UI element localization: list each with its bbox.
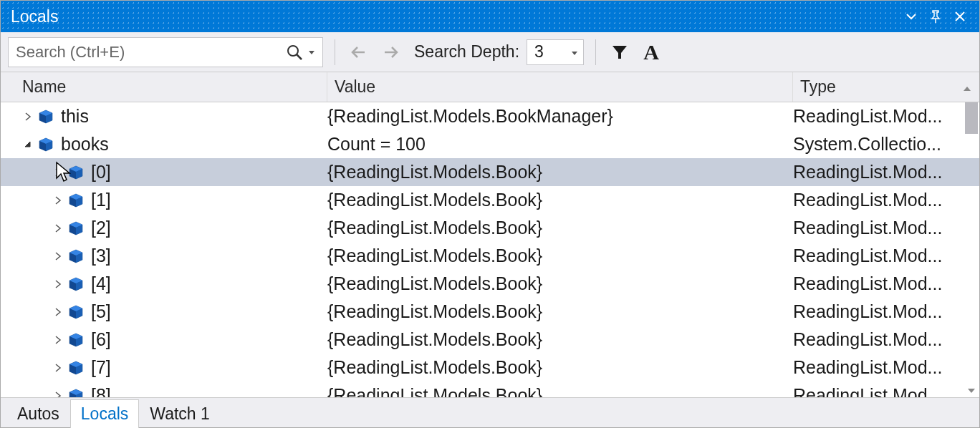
- cell-value[interactable]: {ReadingList.Models.Book}: [327, 298, 793, 326]
- column-name-header[interactable]: Name: [1, 72, 327, 102]
- object-icon: [68, 193, 84, 208]
- pin-button[interactable]: [923, 4, 948, 29]
- cell-name[interactable]: [7]: [1, 354, 327, 381]
- cell-name[interactable]: [6]: [1, 326, 327, 354]
- table-row[interactable]: [3]{ReadingList.Models.Book}ReadingList.…: [1, 242, 979, 270]
- svg-marker-56: [968, 389, 975, 393]
- expander-toggle[interactable]: [22, 111, 34, 122]
- row-value: {ReadingList.Models.Book}: [327, 273, 542, 294]
- cell-name[interactable]: books: [1, 130, 327, 158]
- cell-value[interactable]: {ReadingList.Models.Book}: [327, 270, 793, 298]
- cell-type[interactable]: ReadingList.Mod...: [793, 298, 958, 326]
- row-name: books: [61, 134, 109, 155]
- cell-type[interactable]: ReadingList.Mod...: [793, 381, 958, 397]
- cell-value[interactable]: {ReadingList.Models.Book}: [327, 242, 793, 270]
- object-icon: [68, 332, 84, 348]
- table-row[interactable]: [2]{ReadingList.Models.Book}ReadingList.…: [1, 214, 979, 242]
- table-row[interactable]: [8]{ReadingList.Models.Book}ReadingList.…: [1, 381, 979, 397]
- table-row[interactable]: this{ReadingList.Models.BookManager}Read…: [1, 102, 979, 130]
- cell-name[interactable]: [1]: [1, 186, 327, 214]
- table-row[interactable]: [1]{ReadingList.Models.Book}ReadingList.…: [1, 186, 979, 214]
- expander-toggle[interactable]: [52, 167, 64, 178]
- vertical-scrollbar[interactable]: [965, 102, 978, 397]
- cell-type[interactable]: ReadingList.Mod...: [793, 326, 958, 354]
- cell-type[interactable]: ReadingList.Mod...: [793, 158, 958, 186]
- window-menu-button[interactable]: [899, 4, 923, 29]
- cell-value[interactable]: {ReadingList.Models.Book}: [327, 158, 793, 186]
- cell-value[interactable]: {ReadingList.Models.BookManager}: [327, 102, 793, 130]
- search-depth-select[interactable]: 3: [527, 39, 584, 65]
- row-value: {ReadingList.Models.Book}: [327, 357, 542, 378]
- row-name: [6]: [91, 329, 111, 350]
- search-prev-button[interactable]: [347, 40, 371, 64]
- scrollbar-thumb[interactable]: [965, 102, 978, 134]
- search-next-button[interactable]: [378, 40, 403, 64]
- search-icon[interactable]: [285, 43, 304, 62]
- close-button[interactable]: [948, 4, 972, 29]
- object-icon: [68, 220, 84, 236]
- cell-value[interactable]: {ReadingList.Models.Book}: [327, 354, 793, 381]
- cell-type[interactable]: ReadingList.Mod...: [793, 242, 958, 270]
- expander-toggle[interactable]: [52, 334, 64, 346]
- table-row[interactable]: [0]{ReadingList.Models.Book}ReadingList.…: [1, 158, 979, 186]
- search-input[interactable]: [16, 43, 285, 62]
- cell-type[interactable]: ReadingList.Mod...: [793, 214, 958, 242]
- row-type: ReadingList.Mod...: [793, 190, 942, 210]
- cell-value[interactable]: {ReadingList.Models.Book}: [327, 326, 793, 354]
- search-box[interactable]: [8, 37, 323, 67]
- row-name: this: [61, 106, 89, 127]
- table-row[interactable]: [7]{ReadingList.Models.Book}ReadingList.…: [1, 354, 979, 381]
- cell-value[interactable]: {ReadingList.Models.Book}: [327, 186, 793, 214]
- cell-type[interactable]: ReadingList.Mod...: [793, 102, 958, 130]
- tab-autos[interactable]: Autos: [6, 399, 70, 428]
- cell-name[interactable]: [5]: [1, 298, 327, 326]
- table-row[interactable]: [5]{ReadingList.Models.Book}ReadingList.…: [1, 298, 979, 326]
- row-value: {ReadingList.Models.Book}: [327, 329, 542, 350]
- cell-name[interactable]: [2]: [1, 214, 327, 242]
- cell-type[interactable]: ReadingList.Mod...: [793, 186, 958, 214]
- column-type-header[interactable]: Type: [793, 72, 958, 102]
- funnel-icon: [610, 43, 629, 62]
- cell-name[interactable]: [0]: [1, 158, 327, 186]
- cell-value[interactable]: {ReadingList.Models.Book}: [327, 381, 793, 397]
- expander-toggle[interactable]: [22, 139, 34, 150]
- cell-name[interactable]: [8]: [1, 381, 327, 397]
- svg-line-4: [297, 54, 302, 59]
- cell-type[interactable]: ReadingList.Mod...: [793, 270, 958, 298]
- expander-toggle[interactable]: [52, 362, 64, 374]
- search-depth-value: 3: [534, 42, 544, 62]
- scroll-up-button[interactable]: [958, 81, 976, 94]
- table-row[interactable]: [6]{ReadingList.Models.Book}ReadingList.…: [1, 326, 979, 354]
- expander-toggle[interactable]: [52, 390, 64, 398]
- cell-name[interactable]: [3]: [1, 242, 327, 270]
- filter-button[interactable]: [607, 40, 632, 64]
- bottom-tabs: AutosLocalsWatch 1: [1, 397, 979, 427]
- tab-watch-1[interactable]: Watch 1: [139, 399, 221, 428]
- table-row[interactable]: booksCount = 100System.Collectio...: [1, 130, 979, 158]
- tab-locals[interactable]: Locals: [70, 399, 139, 428]
- table-row[interactable]: [4]{ReadingList.Models.Book}ReadingList.…: [1, 270, 979, 298]
- expander-toggle[interactable]: [52, 306, 64, 318]
- search-dropdown[interactable]: [305, 48, 318, 57]
- object-icon: [68, 276, 84, 292]
- pin-icon: [928, 9, 943, 24]
- locals-window: Locals: [0, 0, 980, 428]
- expander-toggle[interactable]: [52, 278, 64, 290]
- expander-toggle[interactable]: [52, 195, 64, 206]
- svg-marker-10: [964, 87, 971, 91]
- object-icon: [38, 109, 54, 125]
- cell-type[interactable]: System.Collectio...: [793, 130, 958, 158]
- row-name: [5]: [91, 301, 111, 322]
- cell-value[interactable]: Count = 100: [327, 130, 793, 158]
- cell-type[interactable]: ReadingList.Mod...: [793, 354, 958, 381]
- column-value-header[interactable]: Value: [327, 72, 793, 102]
- expander-toggle[interactable]: [52, 223, 64, 234]
- scroll-down-button[interactable]: [965, 384, 978, 397]
- object-icon: [68, 388, 84, 398]
- cell-name[interactable]: this: [1, 102, 327, 130]
- text-display-button[interactable]: A: [639, 40, 663, 64]
- cell-name[interactable]: [4]: [1, 270, 327, 298]
- object-icon: [68, 360, 84, 376]
- expander-toggle[interactable]: [52, 251, 64, 262]
- cell-value[interactable]: {ReadingList.Models.Book}: [327, 214, 793, 242]
